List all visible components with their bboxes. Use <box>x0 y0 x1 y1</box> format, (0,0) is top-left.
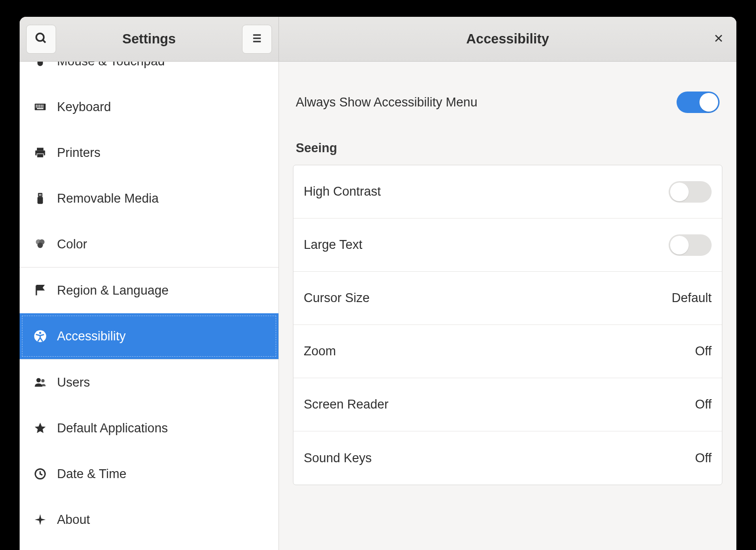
sidebar-item-keyboard[interactable]: Keyboard <box>20 84 278 130</box>
color-icon <box>34 238 57 251</box>
svg-rect-7 <box>37 62 43 66</box>
large-text-switch[interactable] <box>669 234 712 256</box>
sidebar-item-users[interactable]: Users <box>20 360 278 405</box>
main-panel: Always Show Accessibility Menu SeeingHig… <box>279 62 736 550</box>
always-show-accessibility-label: Always Show Accessibility Menu <box>296 95 478 110</box>
sidebar-item-label: Default Applications <box>57 421 168 436</box>
titlebar: Settings Accessibility <box>20 17 736 62</box>
svg-rect-18 <box>41 106 42 107</box>
section-heading: Seeing <box>293 136 722 165</box>
row-screen-reader[interactable]: Screen ReaderOff <box>293 378 722 431</box>
row-cursor-size[interactable]: Cursor SizeDefault <box>293 272 722 325</box>
svg-point-32 <box>39 332 42 334</box>
accessibility-icon <box>34 330 57 343</box>
flag-icon <box>34 284 57 297</box>
sidebar: Mouse & TouchpadKeyboardPrintersRemovabl… <box>20 62 279 550</box>
svg-rect-19 <box>43 106 43 107</box>
sidebar-item-removable-media[interactable]: Removable Media <box>20 176 278 221</box>
sidebar-item-label: Mouse & Touchpad <box>57 62 165 69</box>
sidebar-item-color[interactable]: Color <box>20 221 278 267</box>
svg-rect-20 <box>37 108 43 109</box>
svg-point-33 <box>36 378 41 382</box>
sidebar-title: Settings <box>122 31 176 47</box>
settings-list: High ContrastLarge TextCursor SizeDefaul… <box>293 165 722 485</box>
printer-icon <box>34 146 57 159</box>
svg-rect-23 <box>37 154 43 157</box>
always-show-accessibility-row[interactable]: Always Show Accessibility Menu <box>293 73 722 136</box>
content: Mouse & TouchpadKeyboardPrintersRemovabl… <box>20 62 736 550</box>
titlebar-right: Accessibility <box>279 17 736 61</box>
mouse-icon <box>34 62 57 68</box>
sidebar-item-label: Users <box>57 375 90 390</box>
search-icon <box>35 32 48 47</box>
clock-icon <box>34 467 57 480</box>
sidebar-item-label: Region & Language <box>57 283 169 298</box>
svg-rect-11 <box>37 105 38 106</box>
sparkle-icon <box>34 513 57 526</box>
close-icon <box>714 32 723 46</box>
sidebar-item-region-language[interactable]: Region & Language <box>20 268 278 313</box>
svg-rect-27 <box>37 197 43 204</box>
row-label: Cursor Size <box>304 291 370 305</box>
row-label: Sound Keys <box>304 451 372 465</box>
row-sound-keys[interactable]: Sound KeysOff <box>293 431 722 485</box>
search-button[interactable] <box>26 25 56 54</box>
row-value: Off <box>695 397 712 412</box>
sidebar-item-label: Keyboard <box>57 100 111 114</box>
svg-rect-15 <box>36 106 37 107</box>
close-button[interactable] <box>709 30 728 49</box>
settings-window: Settings Accessibility Mouse & TouchpadK… <box>20 17 736 550</box>
switch-knob <box>699 93 718 112</box>
row-label: High Contrast <box>304 184 381 199</box>
sidebar-item-printers[interactable]: Printers <box>20 130 278 176</box>
sidebar-item-label: Accessibility <box>57 329 126 344</box>
hamburger-icon <box>250 32 264 47</box>
row-label: Screen Reader <box>304 397 389 412</box>
always-show-accessibility-switch[interactable] <box>677 92 720 113</box>
svg-rect-14 <box>43 105 43 106</box>
sidebar-item-default-applications[interactable]: Default Applications <box>20 405 278 451</box>
row-zoom[interactable]: ZoomOff <box>293 325 722 378</box>
sidebar-item-label: Printers <box>57 146 100 160</box>
page-title: Accessibility <box>466 31 549 47</box>
sidebar-item-label: Removable Media <box>57 191 159 206</box>
svg-point-34 <box>41 379 44 382</box>
svg-rect-17 <box>39 106 40 107</box>
switch-knob <box>670 236 689 254</box>
row-value: Off <box>695 344 712 359</box>
titlebar-left: Settings <box>20 17 279 61</box>
svg-line-1 <box>43 40 46 42</box>
svg-rect-10 <box>36 105 37 106</box>
sidebar-item-about[interactable]: About <box>20 497 278 543</box>
svg-point-30 <box>37 243 43 248</box>
sidebar-item-label: About <box>57 513 90 527</box>
row-value: Off <box>695 451 712 465</box>
sidebar-item-accessibility[interactable]: Accessibility <box>20 313 278 359</box>
switch-knob <box>670 183 689 201</box>
svg-rect-24 <box>38 193 42 197</box>
row-high-contrast[interactable]: High Contrast <box>293 165 722 219</box>
high-contrast-switch[interactable] <box>669 181 712 203</box>
sidebar-item-date-time[interactable]: Date & Time <box>20 451 278 497</box>
svg-rect-13 <box>41 105 42 106</box>
svg-rect-16 <box>37 106 38 107</box>
svg-point-0 <box>36 33 44 41</box>
star-icon <box>34 422 57 435</box>
row-large-text[interactable]: Large Text <box>293 219 722 272</box>
sidebar-item-label: Color <box>57 237 87 252</box>
row-label: Large Text <box>304 238 363 252</box>
sidebar-item-label: Date & Time <box>57 467 127 481</box>
svg-rect-12 <box>39 105 40 106</box>
svg-rect-21 <box>37 148 43 151</box>
users-icon <box>34 376 57 389</box>
menu-button[interactable] <box>242 25 272 54</box>
svg-rect-25 <box>39 194 40 196</box>
row-value: Default <box>671 291 712 305</box>
row-label: Zoom <box>304 344 336 359</box>
svg-rect-26 <box>41 194 42 196</box>
sidebar-item-mouse-touchpad[interactable]: Mouse & Touchpad <box>20 62 278 84</box>
removable-icon <box>34 192 57 205</box>
keyboard-icon <box>34 100 57 113</box>
